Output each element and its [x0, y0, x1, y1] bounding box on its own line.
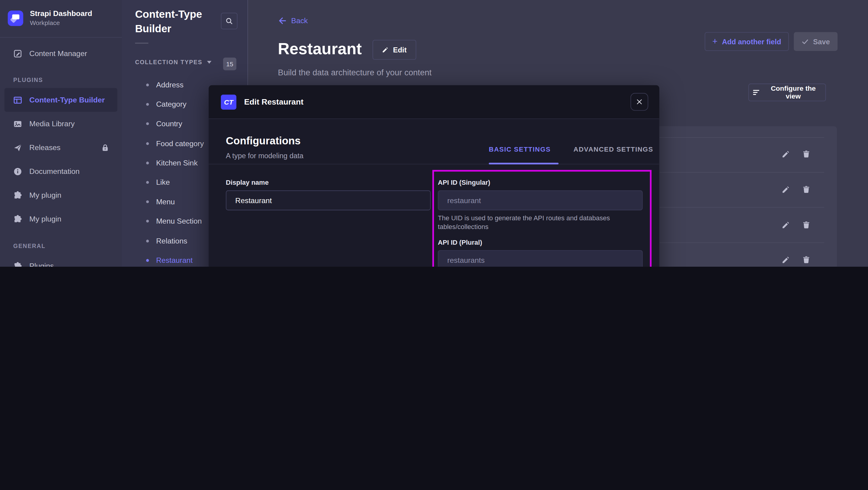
edit-restaurant-modal: CT Edit Restaurant Configurations A type…: [209, 85, 659, 267]
page-title: Restaurant: [278, 40, 362, 58]
modal-header: CT Edit Restaurant: [209, 85, 659, 119]
page-subtitle: Build the data architecture of your cont…: [278, 67, 432, 77]
tab-advanced-settings[interactable]: ADVANCED SETTINGS: [574, 146, 653, 153]
trash-icon[interactable]: [802, 150, 810, 158]
configure-view-button[interactable]: Configure the view: [748, 84, 826, 101]
sidebar-item[interactable]: My plugin: [4, 183, 118, 207]
general-nav: Plugins Marketplace Settings: [0, 254, 122, 267]
bullet-icon: [146, 84, 149, 87]
row-actions: [781, 256, 817, 264]
row-actions: [781, 221, 817, 229]
divider: [135, 42, 148, 44]
trash-icon[interactable]: [802, 221, 810, 229]
pencil-icon[interactable]: [781, 256, 790, 264]
chevron-down-icon: [207, 61, 211, 63]
bullet-icon: [146, 220, 149, 223]
collection-types-header[interactable]: COLLECTION TYPES: [135, 59, 211, 65]
plugins-nav: Content-Type Builder Media Library Relea…: [0, 88, 122, 231]
plus-icon: +: [712, 36, 718, 47]
divider: [0, 37, 122, 38]
configurations-subheading: A type for modeling data: [226, 152, 304, 160]
configurations-heading: Configurations: [226, 135, 301, 147]
bullet-icon: [146, 142, 149, 145]
main-sidebar: Strapi Dashboard Workplace Content Manag…: [0, 0, 122, 267]
plugins-heading: PLUGINS: [13, 76, 43, 83]
content-type-badge: CT: [221, 95, 236, 110]
image-icon: [13, 119, 22, 128]
row-actions: [781, 150, 817, 158]
strapi-logo-icon: [8, 10, 23, 26]
brand-title: Strapi Dashboard: [30, 9, 92, 19]
save-button[interactable]: Save: [794, 32, 838, 51]
brand-subtitle: Workplace: [30, 19, 92, 27]
bullet-icon: [146, 240, 149, 242]
lock-icon: [101, 143, 110, 152]
sidebar-item-content-manager[interactable]: Content Manager: [0, 41, 122, 65]
trash-icon[interactable]: [802, 256, 810, 264]
bullet-icon: [146, 181, 149, 184]
pencil-icon[interactable]: [781, 150, 790, 158]
api-id-plural-label: API ID (Plural): [438, 239, 482, 246]
trash-icon[interactable]: [802, 185, 810, 194]
search-button[interactable]: [221, 13, 238, 29]
layout-icon: [13, 95, 22, 104]
puzzle-icon: [13, 262, 22, 267]
panel-title: Content-Type Builder: [135, 7, 218, 36]
add-another-field-button[interactable]: + Add another field: [705, 32, 789, 51]
display-name-label: Display name: [226, 179, 269, 187]
sidebar-item[interactable]: Content-Type Builder: [4, 88, 118, 112]
sidebar-item[interactable]: Media Library: [4, 112, 118, 135]
api-id-singular-input[interactable]: restaurant: [438, 190, 643, 210]
bullet-icon: [146, 259, 149, 262]
close-button[interactable]: [630, 93, 648, 111]
sidebar-item[interactable]: Releases: [4, 135, 118, 159]
sidebar-item[interactable]: Plugins: [4, 254, 118, 267]
divider: [209, 164, 659, 164]
edit-button[interactable]: Edit: [373, 40, 416, 60]
info-icon: [13, 167, 22, 176]
active-tab-underline: [489, 163, 558, 164]
api-id-singular-help: The UID is used to generate the API rout…: [438, 214, 632, 232]
modal-body: Configurations A type for modeling data …: [209, 118, 659, 267]
brand[interactable]: Strapi Dashboard Workplace: [8, 9, 119, 27]
puzzle-icon: [13, 215, 22, 223]
sidebar-item[interactable]: Documentation: [4, 159, 118, 183]
paper-plane-icon: [13, 143, 22, 152]
general-heading: GENERAL: [13, 242, 45, 249]
api-id-singular-label: API ID (Singular): [438, 179, 490, 187]
bullet-icon: [146, 123, 149, 125]
pencil-icon[interactable]: [781, 185, 790, 194]
bullet-icon: [146, 103, 149, 106]
sidebar-item[interactable]: My plugin: [4, 207, 118, 231]
api-id-plural-input[interactable]: restaurants: [438, 250, 643, 267]
row-actions: [781, 185, 817, 194]
puzzle-icon: [13, 191, 22, 200]
strapi-app: Strapi Dashboard Workplace Content Manag…: [0, 0, 868, 267]
modal-title: Edit Restaurant: [244, 85, 304, 118]
collection-count-badge: 15: [223, 58, 236, 70]
bullet-icon: [146, 201, 149, 203]
tab-basic-settings[interactable]: BASIC SETTINGS: [489, 146, 551, 153]
back-link[interactable]: Back: [278, 17, 308, 25]
display-name-input[interactable]: Restaurant: [226, 190, 431, 210]
pencil-icon[interactable]: [781, 221, 790, 229]
bullet-icon: [146, 161, 149, 164]
